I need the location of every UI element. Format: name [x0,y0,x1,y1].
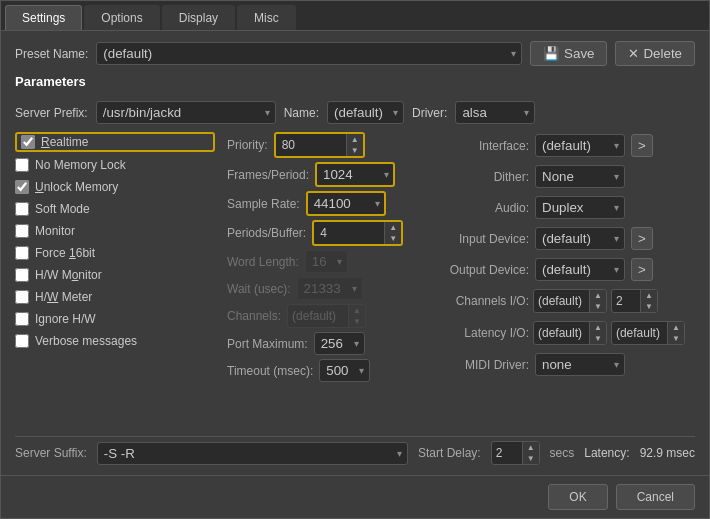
preset-select[interactable]: (default) [96,42,522,65]
latency-io-left-spinbox: ▲ ▼ [533,321,607,345]
hw-meter-checkbox[interactable] [15,290,29,304]
latency-io-right-down[interactable]: ▼ [668,333,684,344]
interface-select[interactable]: (default) [535,134,625,157]
latency-io-left-spin-btns: ▲ ▼ [589,322,606,344]
driver-label: Driver: [412,106,447,120]
channels-io-right-spinbox: ▲ ▼ [611,289,658,313]
monitor-label[interactable]: Monitor [35,224,75,238]
timeout-wrap: 500 [319,359,370,382]
checkbox-force-16bit: Force 16bit [15,244,215,262]
priority-spin-down[interactable]: ▼ [347,145,363,156]
audio-select[interactable]: Duplex [535,196,625,219]
sample-rate-label: Sample Rate: [227,197,300,211]
tab-options[interactable]: Options [84,5,159,30]
force-16bit-label[interactable]: Force 16bit [35,246,95,260]
timeout-row: Timeout (msec): 500 [227,359,427,382]
periods-buffer-spin-up[interactable]: ▲ [385,222,401,233]
timeout-select[interactable]: 500 [319,359,370,382]
midi-driver-select[interactable]: none [535,353,625,376]
channels-io-left-input[interactable] [534,291,589,311]
periods-buffer-input[interactable]: 4 [314,223,384,243]
start-delay-unit: secs [550,446,575,460]
latency-io-right-up[interactable]: ▲ [668,322,684,333]
port-max-row: Port Maximum: 256 [227,332,427,355]
driver-select-wrap: alsa [455,101,535,124]
ignore-hw-checkbox[interactable] [15,312,29,326]
input-device-arrow-btn[interactable]: > [631,227,653,250]
realtime-checkbox[interactable] [21,135,35,149]
output-device-arrow-btn[interactable]: > [631,258,653,281]
start-delay-input[interactable]: 2 [492,443,522,463]
latency-io-left-input[interactable] [534,323,589,343]
audio-row: Audio: Duplex [439,194,695,221]
force-16bit-checkbox[interactable] [15,246,29,260]
periods-buffer-spin-down[interactable]: ▼ [385,233,401,244]
verbose-checkbox[interactable] [15,334,29,348]
tab-settings[interactable]: Settings [5,5,82,30]
channels-spin-up: ▲ [349,305,365,316]
start-delay-spinbox: 2 ▲ ▼ [491,441,540,465]
input-device-label: Input Device: [439,232,529,246]
frames-period-select[interactable]: 1024 [315,162,395,187]
unlock-memory-label[interactable]: Unlock Memory [35,180,118,194]
tab-misc[interactable]: Misc [237,5,296,30]
port-max-select[interactable]: 256 [314,332,365,355]
input-device-wrap: (default) [535,227,625,250]
interface-arrow-btn[interactable]: > [631,134,653,157]
channels-io-right-up[interactable]: ▲ [641,290,657,301]
channels-io-left-down[interactable]: ▼ [590,301,606,312]
server-name-label: Name: [284,106,319,120]
latency-io-right-input[interactable] [612,323,667,343]
hw-monitor-label[interactable]: H/W Monitor [35,268,102,282]
dither-select[interactable]: None [535,165,625,188]
word-length-row: Word Length: 16 [227,250,427,273]
sample-rate-row: Sample Rate: 44100 [227,191,427,216]
priority-input[interactable]: 80 [276,135,346,155]
delete-label: Delete [643,46,682,61]
suffix-select[interactable]: -S -R [97,442,408,465]
channels-io-right-input[interactable] [612,291,640,311]
input-device-select[interactable]: (default) [535,227,625,250]
frames-period-wrap: 1024 [315,162,395,187]
delete-button[interactable]: ✕ Delete [615,41,695,66]
periods-buffer-spin-btns: ▲ ▼ [384,222,401,244]
no-mem-lock-checkbox[interactable] [15,158,29,172]
periods-buffer-label: Periods/Buffer: [227,226,306,240]
save-button[interactable]: 💾 Save [530,41,607,66]
channels-io-label: Channels I/O: [439,294,529,308]
checkbox-ignore-hw: Ignore H/W [15,310,215,328]
unlock-memory-checkbox[interactable] [15,180,29,194]
output-device-label: Output Device: [439,263,529,277]
server-prefix-select[interactable]: /usr/bin/jackd [96,101,276,124]
ignore-hw-label[interactable]: Ignore H/W [35,312,96,326]
soft-mode-label[interactable]: Soft Mode [35,202,90,216]
server-name-select[interactable]: (default) [327,101,404,124]
no-mem-lock-label[interactable]: No Memory Lock [35,158,126,172]
output-device-select[interactable]: (default) [535,258,625,281]
soft-mode-checkbox[interactable] [15,202,29,216]
delete-icon: ✕ [628,46,639,61]
channels-io-right-down[interactable]: ▼ [641,301,657,312]
latency-io-row: Latency I/O: ▲ ▼ ▲ ▼ [439,319,695,347]
start-delay-up[interactable]: ▲ [523,442,539,453]
ok-button[interactable]: OK [548,484,607,510]
cancel-button[interactable]: Cancel [616,484,695,510]
tab-bar: Settings Options Display Misc [1,1,709,31]
hw-meter-label[interactable]: H/W Meter [35,290,92,304]
monitor-checkbox[interactable] [15,224,29,238]
channels-io-left-up[interactable]: ▲ [590,290,606,301]
hw-monitor-checkbox[interactable] [15,268,29,282]
word-length-wrap: 16 [305,250,348,273]
realtime-label[interactable]: Realtime [41,135,88,149]
priority-spin-btns: ▲ ▼ [346,134,363,156]
latency-io-left-down[interactable]: ▼ [590,333,606,344]
latency-io-left-up[interactable]: ▲ [590,322,606,333]
main-window: Settings Options Display Misc Preset Nam… [0,0,710,519]
driver-select[interactable]: alsa [455,101,535,124]
sample-rate-select[interactable]: 44100 [306,191,386,216]
priority-spin-up[interactable]: ▲ [347,134,363,145]
start-delay-down[interactable]: ▼ [523,453,539,464]
port-max-wrap: 256 [314,332,365,355]
verbose-label[interactable]: Verbose messages [35,334,137,348]
tab-display[interactable]: Display [162,5,235,30]
